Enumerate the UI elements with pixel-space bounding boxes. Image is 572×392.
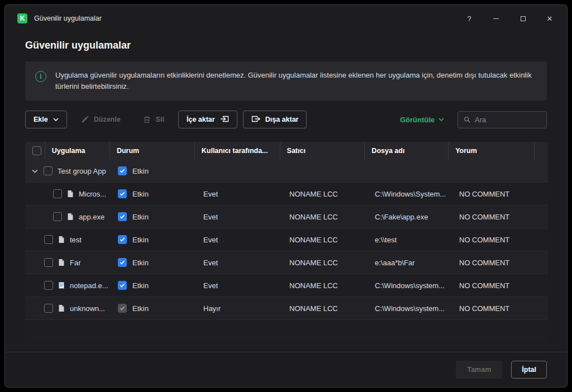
status-checkbox[interactable]: [118, 281, 127, 290]
row-checkbox[interactable]: [44, 258, 53, 267]
cell-app: notepad.e...: [25, 274, 111, 297]
table-row[interactable]: test Etkin Evet NONAME LCC e:\\test NO C…: [25, 228, 548, 251]
cell-user: Evet: [196, 205, 282, 228]
cancel-button[interactable]: İptal: [511, 361, 547, 379]
window-controls: ?: [464, 13, 555, 23]
info-banner: Uygulama güvenilir uygulamaların etkinli…: [25, 61, 547, 101]
column-header-status[interactable]: Durum: [110, 142, 195, 160]
status-label: Etkin: [132, 190, 149, 198]
table-row[interactable]: notepad.e... Etkin Evet NONAME LCC C:\Wi…: [25, 274, 548, 297]
info-text: Uygulama güvenilir uygulamaların etkinli…: [55, 70, 536, 92]
cell-status: Etkin: [111, 251, 196, 274]
status-label: Etkin: [132, 236, 149, 244]
app-name: Micros...: [79, 190, 106, 198]
titlebar: Güvenilir uygulamalar ?: [5, 5, 567, 32]
status-checkbox[interactable]: [118, 212, 127, 221]
cell-app: test: [25, 228, 111, 251]
cell-status: Etkin: [111, 160, 196, 182]
maximize-icon: [521, 16, 526, 21]
status-checkbox[interactable]: [118, 189, 127, 198]
cell-user: Evet: [196, 251, 282, 274]
column-header-app[interactable]: Uygulama: [45, 142, 110, 160]
status-label: Etkin: [132, 281, 149, 290]
trash-icon: [143, 116, 151, 123]
app-name: test: [70, 236, 82, 244]
ok-button: Tamam: [456, 361, 502, 379]
select-all-checkbox[interactable]: [32, 146, 41, 155]
table-row-group[interactable]: Test group App Etkin: [25, 160, 548, 183]
table-row[interactable]: unknown... Etkin Hayır NONAME LCC C:\Win…: [25, 297, 548, 320]
minimize-button[interactable]: [491, 13, 501, 23]
chevron-down-icon: [438, 118, 444, 121]
close-icon: [547, 15, 553, 23]
delete-button-label: Sil: [156, 116, 164, 123]
app-name: unknown...: [70, 304, 105, 313]
maximize-button[interactable]: [518, 13, 528, 23]
edit-button-label: Düzenle: [94, 116, 121, 123]
column-header-user[interactable]: Kullanıcı tarafında...: [195, 142, 280, 160]
expand-chevron-icon[interactable]: [32, 168, 39, 174]
cell-path: C:\Windows\system...: [368, 297, 452, 319]
cell-comment: NO COMMENT: [452, 297, 538, 319]
cell-app: Micros...: [25, 183, 111, 205]
chevron-down-icon: [53, 118, 59, 121]
app-name: notepad.e...: [70, 281, 108, 290]
status-label: Etkin: [132, 167, 149, 175]
table-row[interactable]: Far Etkin Evet NONAME LCC e:\aaa*b\Far N…: [25, 251, 548, 274]
cell-vendor: NONAME LCC: [282, 228, 368, 251]
app-name: Far: [70, 259, 81, 267]
column-header-vendor[interactable]: Satıcı: [280, 142, 365, 160]
row-checkbox[interactable]: [53, 189, 62, 198]
status-checkbox[interactable]: [118, 258, 127, 267]
table-empty-area: [25, 320, 548, 342]
status-checkbox-disabled: [118, 304, 127, 313]
status-label: Etkin: [132, 304, 149, 313]
window-title: Güvenilir uygulamalar: [34, 15, 102, 22]
status-label: Etkin: [132, 213, 149, 221]
row-checkbox[interactable]: [44, 235, 53, 244]
cell-user: Evet: [196, 228, 282, 251]
cell-app: app.exe: [25, 205, 111, 228]
row-checkbox[interactable]: [44, 281, 53, 290]
status-checkbox[interactable]: [118, 166, 127, 175]
cell-comment: [452, 160, 538, 182]
status-checkbox[interactable]: [118, 235, 127, 244]
cell-app: Far: [25, 251, 111, 274]
notepad-icon: [58, 281, 65, 289]
cell-user: Evet: [196, 274, 282, 297]
cell-user: Evet: [196, 183, 282, 205]
import-icon: [220, 116, 229, 123]
export-button-label: Dışa aktar: [265, 116, 299, 123]
search-input[interactable]: [475, 116, 541, 124]
kaspersky-logo-icon: [17, 13, 27, 23]
search-icon: [464, 116, 470, 123]
cell-status: Etkin: [111, 228, 196, 251]
file-icon: [58, 304, 65, 312]
table-row[interactable]: Micros... Etkin Evet NONAME LCC C:\Windo…: [25, 183, 548, 205]
pencil-icon: [81, 116, 89, 123]
table-row[interactable]: app.exe Etkin Evet NONAME LCC C:\Fake\ap…: [25, 205, 548, 228]
help-button[interactable]: ?: [464, 13, 474, 23]
header-spacer-cell: [535, 142, 548, 160]
footer: Tamam İptal: [5, 352, 567, 387]
delete-button: Sil: [135, 111, 173, 128]
info-icon: [35, 71, 46, 82]
column-header-comment[interactable]: Yorum: [449, 142, 535, 160]
import-button[interactable]: İçe aktar: [178, 111, 237, 128]
row-checkbox[interactable]: [53, 212, 62, 221]
column-header-file[interactable]: Dosya adı: [365, 142, 449, 160]
view-dropdown[interactable]: Görüntüle: [400, 116, 444, 124]
close-button[interactable]: [545, 13, 555, 23]
row-checkbox[interactable]: [44, 166, 53, 175]
view-dropdown-label: Görüntüle: [400, 116, 435, 124]
cell-comment: NO COMMENT: [452, 183, 538, 205]
cell-app: Test group App: [25, 160, 111, 182]
cell-path: C:\Fake\app.exe: [368, 205, 452, 228]
toolbar: Ekle Düzenle Sil İçe aktar Dışa aktar: [25, 111, 547, 128]
search-box[interactable]: [457, 111, 547, 128]
add-button[interactable]: Ekle: [25, 111, 67, 128]
row-checkbox[interactable]: [44, 304, 53, 313]
cell-status: Etkin: [111, 183, 196, 205]
export-button[interactable]: Dışa aktar: [243, 111, 307, 128]
content-area: Güvenilir uygulamalar Uygulama güvenilir…: [5, 32, 567, 352]
